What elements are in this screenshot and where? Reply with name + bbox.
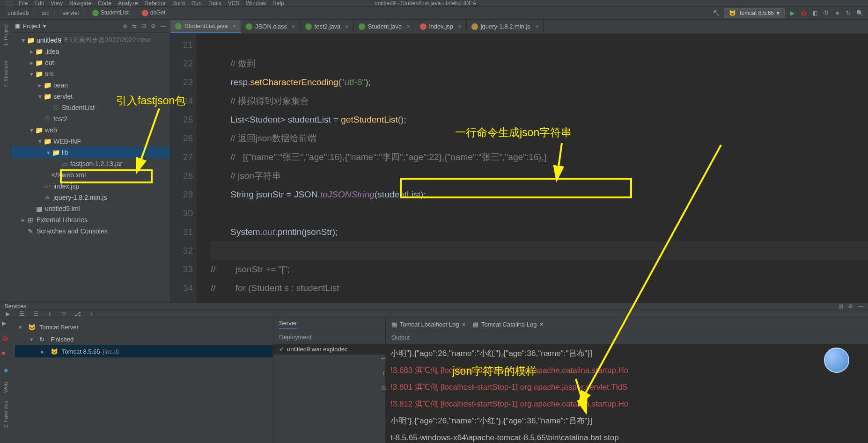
project-panel-title[interactable]: Project (23, 23, 40, 29)
close-icon[interactable]: × (292, 23, 295, 30)
tree-row[interactable]: ▾📁servlet (11, 91, 170, 102)
tree-row[interactable]: ▾📁WEB-INF (11, 136, 170, 147)
structure-tool-tab[interactable]: 7: Structure (3, 58, 8, 90)
debug-button[interactable]: 🐞 (800, 9, 807, 17)
web-tool-tab[interactable]: Web (3, 382, 8, 392)
collapse-all-icon[interactable]: ⊟ (141, 23, 146, 29)
close-icon[interactable]: × (406, 23, 410, 30)
tree-row[interactable]: </>​web.xml (11, 169, 170, 181)
add-service-icon[interactable]: ＋ (88, 310, 96, 318)
project-tree[interactable]: ▾📁untitled9 E:\天翼同步盘2022\2022-new▸📁.idea… (11, 33, 170, 239)
tomcat-localhost-log-tab[interactable]: ▤Tomcat Localhost Log× (391, 321, 465, 328)
menu-vcs[interactable]: VCS (228, 0, 240, 7)
soft-wrap-icon[interactable]: ↩ (381, 355, 390, 364)
close-icon[interactable]: × (540, 321, 544, 328)
crumb-method[interactable]: doGet (139, 8, 169, 17)
tree-collapse-icon[interactable]: ☷ (32, 310, 39, 318)
menu-code[interactable]: Code (98, 0, 111, 7)
tree-row[interactable]: ▾📁untitled9 E:\天翼同步盘2022\2022-new (11, 35, 170, 46)
search-everywhere-icon[interactable]: 🔍 (856, 9, 863, 17)
gear-icon[interactable]: ⚙ (151, 23, 156, 29)
services-tree[interactable]: ▾🐱Tomcat Server▾↻Finished▸🐱Tomcat 8.5.65… (11, 318, 273, 443)
profiler-button[interactable]: ⏱ (822, 9, 830, 17)
menu-view[interactable]: View (51, 0, 63, 7)
tree-row[interactable]: JSjquery-1.8.2.min.js (11, 192, 170, 203)
server-tab[interactable]: Server (279, 320, 297, 329)
tree-row[interactable]: ▸📁.idea (11, 46, 170, 57)
expand-icon[interactable]: ⊞ (839, 303, 843, 310)
menu-tools[interactable]: Tools (208, 0, 221, 7)
tree-row[interactable]: Ⓒtest2 (11, 113, 170, 124)
rerun-icon[interactable]: ▶ (2, 320, 9, 327)
menu-refactor[interactable]: Refactor (145, 0, 166, 7)
editor-tab[interactable]: JSON.class× (241, 20, 301, 33)
debug-icon[interactable]: 🐞 (2, 335, 9, 342)
crumb-class[interactable]: StudentList (89, 8, 132, 17)
favorites-tool-tab[interactable]: 2: Favorites (3, 401, 8, 428)
services-tree-row[interactable]: ▸🐱Tomcat 8.5.65 [local] (15, 345, 273, 357)
project-tool-tab[interactable]: 1: Project (3, 22, 8, 49)
build-icon[interactable]: 🔨 (713, 9, 720, 17)
chevron-down-icon[interactable]: ▾ (43, 23, 46, 29)
menu-run[interactable]: Run (191, 0, 202, 7)
thread-icon[interactable]: ⎇ (74, 310, 81, 318)
editor-tab[interactable]: jquery-1.8.2.min.js× (467, 20, 544, 33)
menu-navigate[interactable]: Navigate (69, 0, 91, 7)
group-icon[interactable]: ⫴ (46, 310, 53, 318)
stop-icon[interactable]: ■ (2, 350, 9, 357)
tree-row[interactable]: JSPindex.jsp (11, 181, 170, 192)
tree-row[interactable]: ▸📁bean (11, 80, 170, 91)
services-title[interactable]: Services (5, 303, 26, 310)
expand-all-icon[interactable]: ⇆ (132, 23, 137, 29)
menu-build[interactable]: Build (172, 0, 185, 7)
code-editor[interactable]: // 做到 resp.setCharacterEncoding("utf-8")… (197, 34, 868, 303)
editor-tab[interactable]: Student.java× (354, 20, 415, 33)
tomcat-catalina-log-tab[interactable]: ▤Tomcat Catalina Log× (473, 321, 543, 328)
tree-row[interactable]: ⒸStudentList (11, 102, 170, 113)
run-button[interactable]: ▶ (788, 9, 796, 17)
tree-row[interactable]: ▾📁lib (11, 147, 170, 158)
crumb-package[interactable]: servlet (59, 9, 81, 17)
update-button[interactable]: ↻ (845, 9, 852, 17)
tree-row[interactable]: ▭fastjson-1.2.13.jar (11, 158, 170, 169)
run-config-dropdown[interactable]: 🐱 Tomcat 8.5.65 ▾ (724, 8, 785, 18)
check-icon: ✔ (279, 346, 284, 353)
close-icon[interactable]: × (462, 321, 465, 328)
close-icon[interactable]: × (233, 22, 236, 29)
editor-tab[interactable]: test2.java× (301, 20, 354, 33)
menu-window[interactable]: Window (246, 0, 266, 7)
tree-row[interactable]: ✎Scratches and Consoles (11, 225, 170, 237)
tree-row[interactable]: ▾📁src (11, 68, 170, 80)
stop-button[interactable]: ■ (833, 9, 841, 17)
tree-row[interactable]: ▸⊞External Libraries (11, 214, 170, 225)
hide-icon[interactable]: — (858, 303, 863, 310)
menu-edit[interactable]: Edit (34, 0, 44, 7)
filter-icon[interactable]: ▽ (60, 310, 67, 318)
close-icon[interactable]: × (345, 23, 349, 30)
tree-row[interactable]: ▾📁web (11, 124, 170, 136)
hide-panel-icon[interactable]: — (161, 23, 166, 29)
services-tree-row[interactable]: ▾↻Finished (15, 333, 273, 345)
tree-expand-icon[interactable]: ☰ (18, 310, 25, 318)
close-icon[interactable]: × (458, 23, 462, 30)
deployment-item[interactable]: ✔ untitled9:war explodec (273, 344, 385, 355)
web-tool-icon[interactable]: ◆ (2, 366, 9, 374)
menu-help[interactable]: Help (272, 0, 284, 7)
console-output[interactable]: 小明"},{"age":26,"name":"小红"},{"age":36,"n… (386, 344, 868, 443)
coverage-button[interactable]: ◧ (811, 9, 818, 17)
gear-icon[interactable]: ⚙ (848, 303, 853, 310)
menu-analyze[interactable]: Analyze (118, 0, 138, 7)
close-icon[interactable]: × (535, 23, 539, 30)
editor-tab[interactable]: index.jsp× (415, 20, 467, 33)
crumb-src[interactable]: src (39, 9, 52, 17)
menu-file[interactable]: File (19, 0, 28, 7)
editor-tab[interactable]: StudentList.java× (170, 20, 241, 33)
services-tree-row[interactable]: ▾🐱Tomcat Server (15, 321, 273, 333)
crumb-project[interactable]: untitled9 (5, 9, 31, 17)
print-icon[interactable]: 🖶 (381, 385, 390, 394)
scroll-end-icon[interactable]: ⤓ (381, 370, 390, 379)
tree-row[interactable]: ▦untitled9.iml (11, 203, 170, 214)
services-run-icon[interactable]: ▶ (4, 310, 11, 318)
tree-row[interactable]: ▸📁out (11, 57, 170, 68)
select-opened-icon[interactable]: ⊕ (123, 23, 127, 29)
